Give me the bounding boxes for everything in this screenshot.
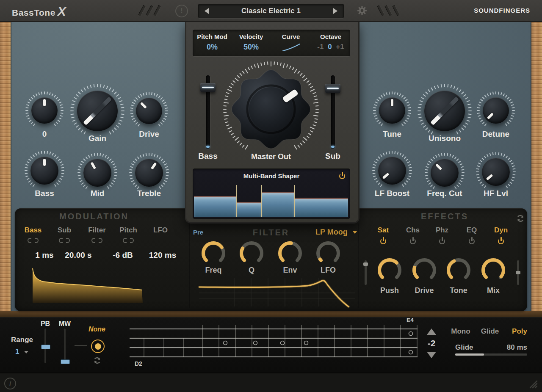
fx-push-knob[interactable]: [376, 257, 403, 284]
filter-freq-knob[interactable]: [200, 240, 227, 267]
filter-env-knob[interactable]: [277, 240, 304, 267]
bass-slider-handle[interactable]: [200, 83, 216, 92]
mod-wheel-slider[interactable]: [64, 329, 66, 363]
transpose-value[interactable]: -2: [421, 338, 442, 348]
mode-poly-button[interactable]: Poly: [503, 327, 536, 336]
knob-sub-unisono[interactable]: [424, 91, 465, 131]
knob-bass-treble[interactable]: [135, 159, 163, 187]
pitch-bend-handle[interactable]: [41, 345, 50, 349]
multiband-shaper[interactable]: Multi-Band Shaper: [193, 168, 350, 219]
fretboard[interactable]: D2 E4: [126, 317, 419, 368]
filter-pre-toggle[interactable]: Pre: [193, 229, 203, 236]
range-dropdown[interactable]: 1: [15, 348, 28, 356]
mod-tab-bass[interactable]: Bass: [16, 226, 50, 235]
mod-tab-pitch[interactable]: Pitch: [111, 226, 145, 235]
pitch-mod-label: Pitch Mod: [193, 33, 232, 40]
knob-sub-lfboost[interactable]: [378, 157, 406, 185]
knob-bass-gain[interactable]: [77, 91, 118, 131]
fx-power-sat-icon[interactable]: [379, 237, 387, 246]
knob-sub-detune[interactable]: [483, 97, 509, 124]
glide-slider-fill: [455, 353, 484, 356]
mod-tab-lfo[interactable]: LFO: [144, 226, 177, 235]
bend-target-radio[interactable]: [91, 340, 105, 353]
filter-response-graph[interactable]: [194, 274, 358, 310]
arc-knob-label: Freq: [194, 266, 232, 275]
env-decay-value[interactable]: 20.00 s: [55, 251, 102, 260]
mode-glide-button[interactable]: Glide: [473, 327, 507, 336]
shaper-power-icon[interactable]: [338, 172, 346, 180]
backslashes-decoration: [141, 5, 158, 16]
mod-tab-sub[interactable]: Sub: [47, 226, 81, 235]
fx-tab-phz[interactable]: Phz: [425, 226, 459, 235]
gear-icon[interactable]: [357, 6, 367, 16]
fx-drive-knob[interactable]: [411, 257, 438, 284]
fx-tab-eq[interactable]: EQ: [455, 226, 489, 235]
bend-target-label[interactable]: None: [80, 326, 114, 333]
fx-right-slider[interactable]: [517, 260, 519, 285]
knob-label: Treble: [124, 189, 174, 198]
mod-wheel-handle[interactable]: [61, 359, 70, 364]
octave-current[interactable]: 0: [328, 43, 332, 51]
pitch-mod-value[interactable]: 0%: [193, 43, 232, 52]
fx-power-eq-icon[interactable]: [467, 237, 476, 246]
knob-bass-drive[interactable]: [136, 98, 162, 124]
velocity-value[interactable]: 50%: [232, 43, 271, 52]
fx-power-phz-icon[interactable]: [438, 237, 446, 246]
octave-plus[interactable]: +1: [336, 43, 344, 51]
fx-power-chs-icon[interactable]: [409, 237, 417, 246]
filter-type-dropdown[interactable]: LP Moog: [315, 228, 357, 237]
resize-handle-icon[interactable]: [528, 378, 539, 389]
fx-mix-knob[interactable]: [480, 257, 507, 284]
alert-icon[interactable]: !: [175, 5, 188, 17]
shaper-band[interactable]: [261, 192, 294, 217]
preset-name[interactable]: Classic Electric 1: [199, 7, 343, 15]
band-divider-handle[interactable]: [294, 185, 295, 217]
curve-icon[interactable]: [282, 43, 301, 52]
knob-bass-bass[interactable]: [30, 157, 58, 185]
section-divider: [358, 224, 359, 308]
range-value[interactable]: 1: [15, 348, 19, 356]
shaper-band[interactable]: [194, 196, 236, 217]
octave-minus[interactable]: -1: [317, 43, 324, 51]
env-release-value[interactable]: 120 ms: [139, 251, 186, 260]
sub-slider-handle[interactable]: [325, 84, 340, 93]
link-icon[interactable]: [28, 238, 39, 243]
fx-tab-chs[interactable]: Chs: [396, 226, 430, 235]
band-divider-handle[interactable]: [261, 185, 262, 217]
knob-sub-freqcut[interactable]: [431, 159, 459, 187]
bend-cycle-icon[interactable]: [93, 356, 102, 365]
knob-label: Gain: [72, 134, 123, 143]
envelope-graph[interactable]: [31, 266, 150, 304]
link-icon[interactable]: [123, 238, 134, 243]
fx-power-dyn-icon[interactable]: [497, 237, 505, 246]
link-icon[interactable]: [59, 238, 70, 243]
knob-bass-zero[interactable]: [31, 97, 58, 124]
fx-tab-sat[interactable]: Sat: [366, 226, 400, 235]
preset-next-icon[interactable]: [333, 8, 337, 14]
transpose-up-icon[interactable]: [427, 329, 436, 335]
octave-value[interactable]: -1 0 +1: [311, 43, 350, 51]
knob-sub-tune[interactable]: [379, 97, 405, 124]
filter-type-value[interactable]: LP Moog: [315, 228, 348, 236]
shaper-bands[interactable]: [194, 182, 348, 217]
link-icon[interactable]: [91, 238, 102, 243]
fx-tab-dyn[interactable]: Dyn: [484, 226, 518, 235]
glide-time-value[interactable]: 80 ms: [507, 343, 527, 352]
preset-selector[interactable]: Classic Electric 1: [198, 4, 344, 18]
effects-cycle-icon[interactable]: [516, 214, 525, 223]
mod-tab-filter[interactable]: Filter: [80, 226, 114, 235]
shaper-band[interactable]: [294, 198, 348, 217]
glide-slider[interactable]: [455, 353, 527, 356]
band-divider-handle[interactable]: [236, 185, 237, 217]
octave-label: Octave: [311, 33, 350, 40]
knob-bass-mid[interactable]: [83, 159, 111, 187]
transpose-down-icon[interactable]: [427, 352, 436, 358]
knob-sub-hflvl[interactable]: [482, 158, 510, 186]
filter-q-knob[interactable]: [238, 240, 265, 267]
fx-tone-knob[interactable]: [445, 257, 472, 284]
shaper-band[interactable]: [236, 202, 261, 217]
fx-left-slider[interactable]: [365, 260, 367, 285]
mode-mono-button[interactable]: Mono: [444, 327, 478, 336]
filter-lfo-knob[interactable]: [315, 240, 342, 267]
info-icon[interactable]: i: [4, 378, 16, 389]
